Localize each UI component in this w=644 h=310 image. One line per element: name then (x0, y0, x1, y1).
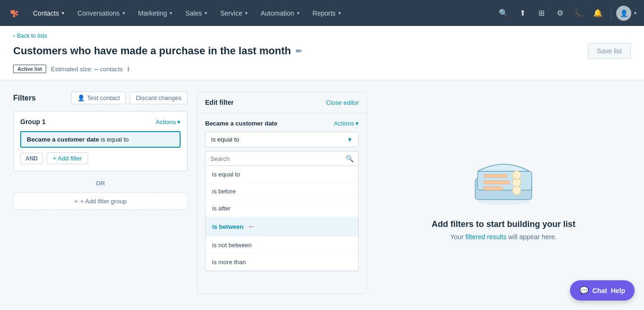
nav-item-service[interactable]: Service ▾ (214, 0, 254, 26)
empty-state-area: 😊 😐 😄 Add filters to start building your… (376, 92, 631, 294)
group-title: Group 1 (20, 118, 46, 126)
discard-changes-button[interactable]: Discard changes (130, 92, 188, 104)
save-list-button[interactable]: Save list (588, 43, 631, 59)
nav-item-reports[interactable]: Reports ▾ (306, 0, 347, 26)
nav-divider (611, 6, 611, 20)
filters-header: Filters 👤 Test contact Discard changes (13, 92, 188, 104)
search-icon: 🔍 (346, 155, 354, 162)
close-editor-button[interactable]: Close editor (326, 99, 359, 106)
edit-filter-header: Edit filter Close editor (198, 92, 366, 113)
phone-icon[interactable]: 📞 (570, 5, 587, 22)
subheader: ‹ Back to lists Customers who have made … (0, 26, 644, 80)
info-icon[interactable]: ℹ (127, 66, 130, 73)
filter-label-row: Became a customer date Actions ▾ (205, 120, 359, 127)
nav-item-conversations[interactable]: Conversations ▾ (71, 0, 132, 26)
list-item-is-after[interactable]: is after (206, 200, 358, 217)
marketplace-icon[interactable]: ⊞ (533, 5, 550, 22)
list-item-is-equal-to[interactable]: is equal to (206, 166, 358, 183)
chevron-down-icon: ▾ (123, 10, 125, 16)
avatar-chevron-icon: ▾ (634, 10, 636, 16)
nav-item-sales[interactable]: Sales ▾ (179, 0, 214, 26)
empty-state-description: Your filtered results will appear here. (450, 233, 557, 241)
dropdown-arrow-icon: ▼ (347, 136, 353, 143)
arrow-indicator-icon: ← (247, 222, 256, 232)
chevron-down-icon: ▾ (297, 10, 299, 16)
hubspot-logo[interactable] (8, 7, 21, 20)
chevron-down-icon: ▾ (62, 10, 64, 16)
page-title-row: Customers who have made a purchase in th… (13, 43, 631, 65)
top-navigation: Contacts ▾ Conversations ▾ Marketing ▾ S… (0, 0, 644, 26)
chevron-down-icon: ▾ (177, 118, 181, 126)
search-input[interactable] (210, 155, 342, 162)
nav-item-automation[interactable]: Automation ▾ (254, 0, 306, 26)
notifications-icon[interactable]: 🔔 (589, 5, 606, 22)
edit-filter-body: Became a customer date Actions ▾ is equa… (198, 113, 366, 278)
search-icon[interactable]: 🔍 (495, 5, 512, 22)
upgrade-icon[interactable]: ⬆ (514, 5, 531, 22)
svg-rect-8 (484, 187, 503, 190)
svg-rect-13 (484, 175, 507, 177)
chat-icon: 💬 (579, 286, 589, 295)
plus-icon: + (74, 198, 78, 205)
add-filter-button[interactable]: + Add filter (47, 152, 88, 164)
test-contact-icon: 👤 (77, 94, 85, 101)
svg-rect-7 (484, 181, 510, 184)
search-box: 🔍 (205, 151, 359, 166)
illustration: 😊 😐 😄 (466, 145, 541, 208)
edit-filter-panel: Edit filter Close editor Became a custom… (197, 92, 367, 294)
chevron-down-icon: ▾ (355, 120, 359, 127)
nav-icon-group: 🔍 ⬆ ⊞ ⚙ 📞 🔔 👤 ▾ (495, 5, 636, 22)
filter-row-buttons: AND + Add filter (20, 152, 181, 164)
group-actions-button[interactable]: Actions ▾ (156, 118, 181, 126)
filtered-results-link[interactable]: filtered results (465, 233, 506, 241)
list-item-is-between[interactable]: is between ← (206, 217, 358, 237)
chevron-down-icon: ▾ (170, 10, 172, 16)
condition-dropdown[interactable]: is equal to ▼ (205, 132, 359, 147)
and-button[interactable]: AND (20, 153, 43, 164)
back-to-lists-link[interactable]: ‹ Back to lists (13, 33, 47, 39)
chevron-down-icon: ▾ (205, 10, 207, 16)
edit-title-icon[interactable]: ✏ (296, 47, 302, 56)
active-list-badge: Active list (13, 65, 46, 73)
edit-filter-title: Edit filter (205, 99, 234, 106)
avatar[interactable]: 👤 (616, 6, 631, 21)
filter-chip[interactable]: Became a customer date is equal to (20, 131, 181, 148)
or-divider: OR (13, 180, 188, 187)
svg-point-1 (13, 15, 16, 17)
nav-item-contacts[interactable]: Contacts ▾ (26, 0, 71, 26)
list-item-is-more-than[interactable]: is more than (206, 254, 358, 271)
page-title: Customers who have made a purchase in th… (13, 45, 302, 57)
chevron-down-icon: ▾ (339, 10, 341, 16)
estimated-size: Estimated size: -- contacts (51, 66, 123, 73)
add-filter-group-button[interactable]: + + Add filter group (13, 193, 188, 210)
svg-point-14 (512, 171, 521, 179)
filter-field-name: Became a customer date (205, 120, 277, 127)
svg-point-11 (512, 186, 521, 195)
chevron-down-icon: ▾ (245, 10, 248, 16)
main-content: Filters 👤 Test contact Discard changes G… (0, 80, 644, 305)
settings-icon[interactable]: ⚙ (552, 5, 569, 22)
svg-point-9 (512, 178, 521, 187)
filter-edit-actions-button[interactable]: Actions ▾ (334, 120, 359, 127)
svg-point-3 (16, 14, 18, 16)
filters-actions: 👤 Test contact Discard changes (71, 92, 188, 104)
chat-button[interactable]: 💬 Chat Help (570, 280, 635, 301)
group-header: Group 1 Actions ▾ (20, 118, 181, 126)
filters-panel: Filters 👤 Test contact Discard changes G… (13, 92, 188, 294)
nav-item-marketing[interactable]: Marketing ▾ (132, 0, 179, 26)
test-contact-button[interactable]: 👤 Test contact (71, 92, 126, 104)
empty-state-title: Add filters to start building your list (431, 219, 575, 229)
nav-menu: Contacts ▾ Conversations ▾ Marketing ▾ S… (26, 0, 495, 26)
meta-row: Active list Estimated size: -- contacts … (13, 65, 631, 80)
group-1-box: Group 1 Actions ▾ Became a customer date… (13, 111, 188, 171)
list-item-is-before[interactable]: is before (206, 183, 358, 200)
list-item-is-not-between[interactable]: is not between (206, 237, 358, 254)
svg-point-2 (16, 11, 18, 13)
filters-title: Filters (13, 94, 36, 102)
dropdown-list: is equal to is before is after is betwee… (205, 166, 359, 271)
back-arrow-icon: ‹ (13, 33, 15, 39)
